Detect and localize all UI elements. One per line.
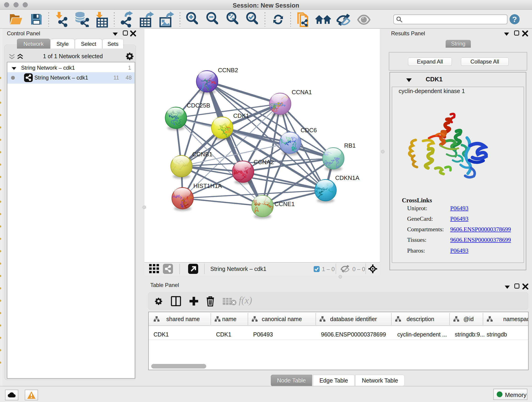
svg-text:CDK1: CDK1 <box>233 112 249 119</box>
svg-text:CDKN1A: CDKN1A <box>335 174 360 181</box>
svg-text:database identifier: database identifier <box>330 316 377 322</box>
svg-text:CCNB1: CCNB1 <box>192 151 212 158</box>
svg-text:CCNE1: CCNE1 <box>274 201 295 207</box>
svg-text:namespace: namespace <box>503 316 528 322</box>
svg-text:description: description <box>407 316 434 322</box>
svg-text:CDC6: CDC6 <box>301 127 317 134</box>
svg-text:CCNB2: CCNB2 <box>218 67 238 74</box>
svg-text:canonical name: canonical name <box>262 316 302 322</box>
svg-text:CDC25B: CDC25B <box>187 102 210 109</box>
svg-text:shared name: shared name <box>166 316 200 322</box>
svg-text:CCNA1: CCNA1 <box>292 89 312 96</box>
svg-text:HIST1H1A: HIST1H1A <box>193 182 222 189</box>
svg-text:@id: @id <box>463 316 474 322</box>
svg-text:CCNA2: CCNA2 <box>254 159 274 166</box>
svg-text:name: name <box>222 316 237 322</box>
svg-text:RB1: RB1 <box>344 142 356 149</box>
